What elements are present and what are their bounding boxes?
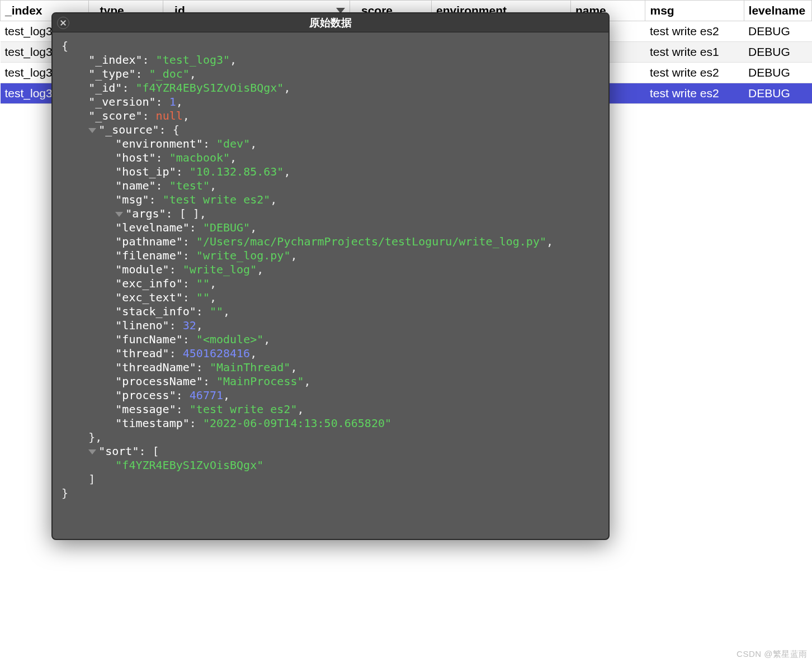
cell-levelname: DEBUG bbox=[744, 83, 811, 104]
chevron-down-icon[interactable] bbox=[115, 212, 123, 217]
close-icon[interactable] bbox=[57, 17, 69, 29]
col-header-msg[interactable]: msg bbox=[645, 1, 744, 21]
chevron-down-icon[interactable] bbox=[88, 449, 96, 454]
watermark-text: CSDN @繁星蓝雨 bbox=[737, 649, 808, 660]
cell-levelname: DEBUG bbox=[744, 63, 811, 83]
raw-data-modal: 原始数据 { "_index": "test_log3", "_type": "… bbox=[51, 12, 610, 540]
cell-msg: test write es2 bbox=[645, 83, 744, 104]
cell-msg: test write es2 bbox=[645, 21, 744, 42]
cell-msg: test write es2 bbox=[645, 63, 744, 83]
cell-levelname: DEBUG bbox=[744, 21, 811, 42]
modal-titlebar: 原始数据 bbox=[53, 13, 608, 32]
col-header-levelname[interactable]: levelname bbox=[744, 1, 811, 21]
cell-msg: test write es1 bbox=[645, 42, 744, 63]
modal-title-text: 原始数据 bbox=[309, 17, 352, 29]
chevron-down-icon[interactable] bbox=[88, 128, 96, 133]
cell-levelname: DEBUG bbox=[744, 42, 811, 63]
json-viewer[interactable]: { "_index": "test_log3", "_type": "_doc"… bbox=[53, 32, 608, 539]
